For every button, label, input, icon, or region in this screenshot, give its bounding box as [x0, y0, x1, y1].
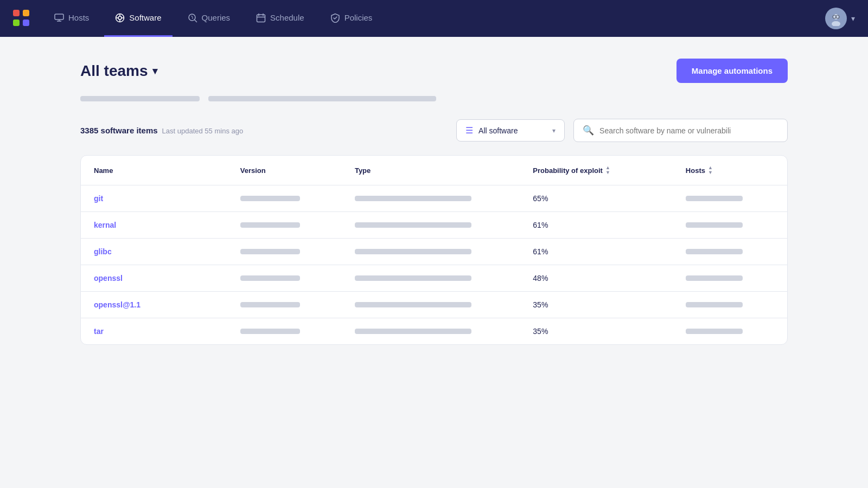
- table-row: glibc61%: [81, 239, 787, 265]
- logo-dot-2: [23, 10, 29, 16]
- nav-item-software[interactable]: Software: [104, 0, 172, 37]
- software-filter-dropdown[interactable]: ☰ All software ▾: [456, 119, 565, 142]
- filter-icon: ☰: [465, 125, 473, 136]
- col-header-version: Version: [227, 156, 342, 185]
- hosts-skeleton: [686, 302, 743, 307]
- svg-point-12: [192, 17, 193, 18]
- schedule-icon: [256, 13, 266, 23]
- hosts-skeleton: [686, 329, 743, 334]
- probability-cell: 35%: [520, 292, 673, 318]
- probability-cell: 61%: [520, 212, 673, 239]
- hosts-icon: [54, 14, 64, 22]
- hosts-cell: [673, 185, 787, 212]
- type-skeleton: [355, 275, 471, 281]
- last-updated: Last updated 55 mins ago: [162, 127, 244, 135]
- nav-label-software: Software: [129, 13, 161, 22]
- type-cell: [342, 212, 520, 239]
- queries-icon: [188, 13, 197, 23]
- version-skeleton: [240, 249, 300, 254]
- software-name-link[interactable]: git: [94, 194, 103, 203]
- version-skeleton: [240, 196, 300, 201]
- probability-value: 65%: [533, 194, 548, 203]
- software-name-link[interactable]: kernal: [94, 221, 116, 229]
- breadcrumb: [80, 96, 788, 101]
- col-header-hosts[interactable]: Hosts ▲▼: [673, 156, 787, 185]
- type-cell: [342, 239, 520, 265]
- nav-label-policies: Policies: [344, 13, 373, 22]
- software-count: 3385 software itemsLast updated 55 mins …: [80, 126, 243, 135]
- toolbar: 3385 software itemsLast updated 55 mins …: [80, 119, 788, 142]
- search-icon: 🔍: [583, 125, 594, 136]
- software-icon: [115, 13, 125, 23]
- hosts-skeleton: [686, 275, 743, 281]
- table-row: openssl@1.135%: [81, 292, 787, 318]
- app-logo[interactable]: [13, 10, 30, 27]
- probability-value: 61%: [533, 221, 548, 229]
- hosts-skeleton: [686, 196, 743, 201]
- probability-cell: 35%: [520, 318, 673, 345]
- search-input[interactable]: [599, 126, 778, 135]
- svg-line-10: [194, 20, 196, 22]
- software-name-link[interactable]: glibc: [94, 247, 112, 256]
- teams-chevron-icon: ▾: [152, 65, 157, 77]
- breadcrumb-bar-1: [80, 96, 200, 101]
- type-skeleton: [355, 249, 471, 254]
- type-cell: [342, 292, 520, 318]
- logo-dot-4: [23, 20, 29, 26]
- search-box[interactable]: 🔍: [573, 119, 788, 142]
- nav-item-queries[interactable]: Queries: [177, 0, 241, 37]
- table-header-row: Name Version Type Probability of exploit…: [81, 156, 787, 185]
- nav-label-schedule: Schedule: [270, 13, 304, 22]
- version-skeleton: [240, 329, 300, 334]
- col-header-probability[interactable]: Probability of exploit ▲▼: [520, 156, 673, 185]
- hosts-skeleton: [686, 249, 743, 254]
- version-cell: [227, 265, 342, 292]
- table-row: git65%: [81, 185, 787, 212]
- filter-label: All software: [478, 126, 518, 135]
- svg-rect-0: [55, 14, 63, 20]
- probability-value: 35%: [533, 300, 548, 309]
- probability-cell: 48%: [520, 265, 673, 292]
- software-name-link[interactable]: tar: [94, 327, 104, 336]
- software-table: Name Version Type Probability of exploit…: [80, 155, 788, 345]
- nav-item-policies[interactable]: Policies: [320, 0, 384, 37]
- software-name-link[interactable]: openssl: [94, 274, 123, 282]
- manage-automations-button[interactable]: Manage automations: [676, 59, 788, 83]
- hosts-cell: [673, 265, 787, 292]
- teams-selector[interactable]: All teams ▾: [80, 62, 157, 80]
- user-menu[interactable]: ▾: [825, 8, 855, 29]
- table-row: openssl48%: [81, 265, 787, 292]
- svg-line-11: [192, 16, 193, 17]
- hosts-sort-arrows-icon: ▲▼: [708, 165, 713, 175]
- hosts-cell: [673, 212, 787, 239]
- svg-point-4: [118, 16, 122, 20]
- filter-chevron-icon: ▾: [552, 127, 556, 134]
- version-cell: [227, 212, 342, 239]
- hosts-cell: [673, 292, 787, 318]
- sort-arrows-icon: ▲▼: [605, 165, 610, 175]
- software-name-link[interactable]: openssl@1.1: [94, 300, 141, 309]
- type-skeleton: [355, 302, 471, 307]
- hosts-cell: [673, 318, 787, 345]
- version-cell: [227, 239, 342, 265]
- svg-rect-13: [257, 15, 265, 22]
- nav-label-hosts: Hosts: [68, 13, 89, 22]
- version-skeleton: [240, 275, 300, 281]
- header-row: All teams ▾ Manage automations: [80, 59, 788, 83]
- probability-cell: 61%: [520, 239, 673, 265]
- type-skeleton: [355, 222, 471, 228]
- hosts-cell: [673, 239, 787, 265]
- hosts-skeleton: [686, 222, 743, 228]
- probability-value: 48%: [533, 274, 548, 282]
- version-cell: [227, 292, 342, 318]
- col-header-type: Type: [342, 156, 520, 185]
- breadcrumb-bar-2: [208, 96, 436, 101]
- version-cell: [227, 318, 342, 345]
- nav-item-schedule[interactable]: Schedule: [245, 0, 315, 37]
- table-row: tar35%: [81, 318, 787, 345]
- logo-dot-3: [13, 20, 20, 26]
- logo-dot-1: [13, 10, 20, 16]
- probability-cell: 65%: [520, 185, 673, 212]
- user-chevron-icon: ▾: [851, 14, 855, 23]
- nav-item-hosts[interactable]: Hosts: [43, 0, 100, 37]
